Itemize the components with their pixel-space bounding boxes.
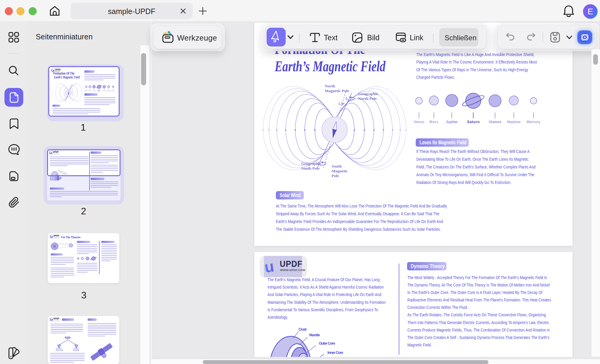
svg-text:Mercury: Mercury [527,120,540,124]
svg-text:Inner Core: Inner Core [327,351,343,355]
svg-text:Mars: Mars [429,120,438,124]
svg-text:Receiving: Receiving [56,349,63,351]
svg-text:Pole: Pole [332,174,339,177]
svg-text:Uranus: Uranus [102,90,106,92]
svg-text:Outer Core: Outer Core [319,341,335,346]
svg-text:Venus: Venus [414,120,424,124]
svg-text:Neptune: Neptune [106,90,111,92]
svg-text:South: South [332,164,342,168]
svg-text:Jupiter: Jupiter [446,120,458,124]
svg-text:Mercury: Mercury [111,90,115,92]
svg-text:Uranus: Uranus [489,120,501,124]
svg-text:Geographic: Geographic [358,92,378,96]
svg-text:Mantle: Mantle [309,333,320,337]
svg-text:1.5: 1.5 [338,102,343,106]
svg-text:Jupiter: Jupiter [92,90,96,92]
svg-text:Mars: Mars [89,90,91,92]
svg-text:Magnetic Pole: Magnetic Pole [325,89,349,93]
svg-text:Saturn: Saturn [467,120,480,124]
svg-text:Sending: Sending [73,349,79,351]
svg-text:Venus: Venus [85,90,88,92]
svg-text:Crust: Crust [299,327,307,332]
svg-text:Saturn: Saturn [98,90,101,92]
svg-text:North: North [325,84,335,88]
svg-text:South Pole: South Pole [301,166,320,171]
svg-text:Magnetic: Magnetic [332,169,348,173]
svg-text:u: u [265,260,275,274]
svg-text:North Pole: North Pole [358,96,377,101]
svg-text:Neptune: Neptune [507,120,521,124]
svg-text:Geographic: Geographic [301,161,321,166]
